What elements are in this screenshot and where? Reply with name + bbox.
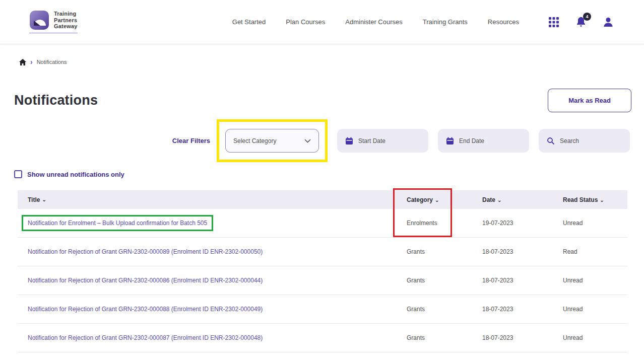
search-label: Search xyxy=(560,137,579,144)
notifications-table: Title⌄ Category⌄ Date⌄ Read Status⌄ Noti… xyxy=(18,190,627,352)
search-input[interactable]: Search xyxy=(539,129,630,153)
category-select-placeholder: Select Category xyxy=(233,137,276,144)
row-category: Grants xyxy=(407,306,482,313)
nav-resources[interactable]: Resources xyxy=(488,18,519,26)
table-row: Notification for Rejection of Grant GRN-… xyxy=(18,324,627,352)
unread-only-checkbox[interactable] xyxy=(14,170,22,178)
user-icon[interactable] xyxy=(602,16,615,29)
row-title-link[interactable]: Notification for Rejection of Grant GRN-… xyxy=(28,277,263,284)
row-date: 18-07-2023 xyxy=(482,334,563,341)
row-title-link[interactable]: Notification for Rejection of Grant GRN-… xyxy=(28,248,263,255)
page-title: Notifications xyxy=(14,93,98,108)
main-nav: Get Started Plan Courses Administer Cour… xyxy=(232,18,519,26)
breadcrumb-separator-icon: › xyxy=(30,58,33,65)
row-category: Grants xyxy=(407,277,482,284)
chevron-down-icon xyxy=(304,139,311,143)
table-body: Notification for Enrolment – Bulk Upload… xyxy=(18,209,627,352)
row-title-link[interactable]: Notification for Rejection of Grant GRN-… xyxy=(28,306,263,313)
header-date[interactable]: Date⌄ xyxy=(482,196,563,203)
sort-icon: ⌄ xyxy=(42,197,46,202)
row-date: 18-07-2023 xyxy=(482,306,563,313)
start-date-input[interactable]: Start Date xyxy=(337,129,428,153)
start-date-label: Start Date xyxy=(358,137,385,144)
brand-name: Training Partners Gateway xyxy=(54,11,78,30)
header-title[interactable]: Title⌄ xyxy=(18,196,407,203)
row-date: 18-07-2023 xyxy=(482,277,563,284)
brand-logo[interactable]: Training Partners Gateway xyxy=(29,10,78,34)
row-status: Read xyxy=(563,248,627,255)
sort-icon: ⌄ xyxy=(435,197,439,203)
sort-icon: ⌄ xyxy=(497,197,501,203)
mark-as-read-button[interactable]: Mark as Read xyxy=(548,89,631,112)
table-row: Notification for Rejection of Grant GRN-… xyxy=(18,266,627,295)
calendar-icon xyxy=(446,137,454,145)
header-category[interactable]: Category⌄ xyxy=(407,196,482,203)
header-icon-group: 4 xyxy=(547,16,615,29)
app-header: Training Partners Gateway Get Started Pl… xyxy=(0,0,644,44)
nav-administer-courses[interactable]: Administer Courses xyxy=(345,18,402,26)
row-status: Unread xyxy=(563,220,627,227)
notification-count-badge: 4 xyxy=(583,13,591,21)
clear-filters-button[interactable]: Clear Filters xyxy=(172,137,210,144)
annotation-yellow-box: Select Category xyxy=(217,119,328,162)
row-category: Grants xyxy=(407,248,482,255)
home-icon[interactable] xyxy=(19,59,26,65)
row-title-link[interactable]: Notification for Rejection of Grant GRN-… xyxy=(28,334,263,341)
row-date: 18-07-2023 xyxy=(482,248,563,255)
row-status: Unread xyxy=(563,306,627,313)
table-header-row: Title⌄ Category⌄ Date⌄ Read Status⌄ xyxy=(18,190,627,209)
row-status: Unread xyxy=(563,334,627,341)
table-row: Notification for Rejection of Grant GRN-… xyxy=(18,295,627,324)
sort-icon: ⌄ xyxy=(600,197,604,203)
search-icon xyxy=(547,137,555,145)
row-category: Grants xyxy=(407,334,482,341)
row-category: Enrolments xyxy=(407,220,482,227)
apps-grid-icon[interactable] xyxy=(547,16,560,29)
nav-training-grants[interactable]: Training Grants xyxy=(423,18,468,26)
filter-bar: Clear Filters Select Category Start Date xyxy=(0,119,630,162)
header-read-status[interactable]: Read Status⌄ xyxy=(563,196,627,203)
table-row: Notification for Enrolment – Bulk Upload… xyxy=(18,209,627,238)
row-date: 19-07-2023 xyxy=(482,220,563,227)
breadcrumb-current[interactable]: Notifications xyxy=(37,59,67,65)
nav-get-started[interactable]: Get Started xyxy=(232,18,266,26)
end-date-label: End Date xyxy=(459,137,484,144)
breadcrumb: › Notifications xyxy=(19,58,644,65)
unread-filter-row: Show unread notifications only xyxy=(14,170,644,178)
end-date-input[interactable]: End Date xyxy=(438,129,529,153)
row-status: Unread xyxy=(563,277,627,284)
brand-logo-icon xyxy=(29,10,49,30)
calendar-icon xyxy=(345,137,353,145)
row-title-link[interactable]: Notification for Enrolment – Bulk Upload… xyxy=(22,215,213,231)
category-select[interactable]: Select Category xyxy=(225,129,319,153)
unread-only-label: Show unread notifications only xyxy=(27,171,124,178)
title-row: Notifications Mark as Read xyxy=(14,89,631,112)
bell-icon[interactable]: 4 xyxy=(574,16,588,29)
nav-plan-courses[interactable]: Plan Courses xyxy=(286,18,325,26)
table-row: Notification for Rejection of Grant GRN-… xyxy=(18,238,627,266)
